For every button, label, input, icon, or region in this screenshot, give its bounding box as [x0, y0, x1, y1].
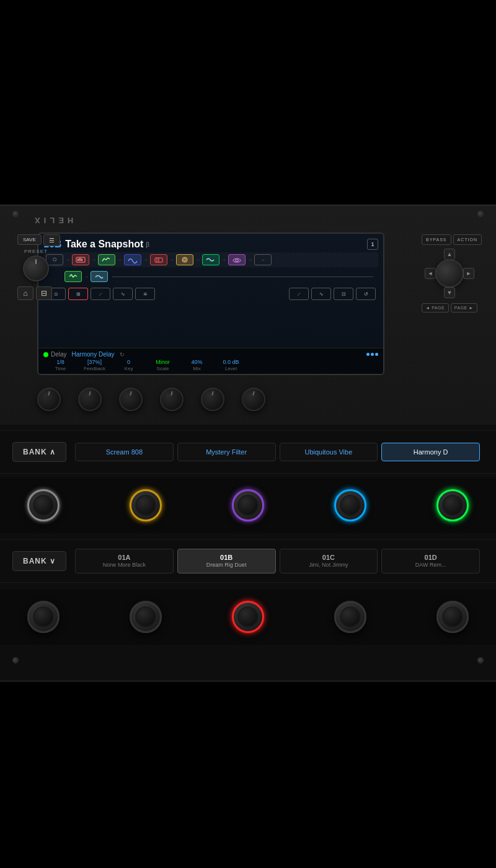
- nav-cluster: ▲ ◄ ► ▼: [425, 249, 474, 298]
- preset-knob[interactable]: [23, 255, 49, 281]
- param-mix-val: 40%: [180, 359, 214, 365]
- fx-block-7[interactable]: ∿: [311, 288, 331, 300]
- preset-btn-b-4[interactable]: 01D DAW Rem...: [381, 549, 480, 574]
- signal-chain-2: →: [62, 269, 378, 284]
- nav-center-knob[interactable]: [435, 259, 464, 288]
- effect-label: Delay: [51, 351, 67, 358]
- knob-6[interactable]: [242, 388, 265, 411]
- footswitch-b3[interactable]: [229, 598, 267, 636]
- action-button[interactable]: ACTION: [453, 234, 482, 245]
- home-button[interactable]: ⌂: [17, 286, 33, 300]
- fx-block-8[interactable]: ⊡: [334, 288, 353, 300]
- preset-b3-num: 01C: [283, 553, 375, 562]
- footswitch-row-2: [0, 589, 496, 645]
- footswitch-b4[interactable]: [332, 598, 369, 636]
- knobs-row: [37, 388, 265, 411]
- preset-btn-b-1[interactable]: 01A None More Black: [75, 549, 174, 574]
- effects-row: ⊙ ⊞ ⟋ ∿ ≋ ⟋ ∿ ⊡ ↺: [43, 286, 378, 301]
- param-mix-label: Mix: [180, 366, 214, 371]
- status-bar: Delay Harmony Delay ↻ 1/8 [37%] 0 Minor …: [38, 348, 383, 374]
- nav-left-button[interactable]: ◄: [425, 268, 436, 279]
- chain-block-dist2[interactable]: [150, 254, 167, 265]
- svg-point-7: [182, 257, 187, 262]
- page-prev-button[interactable]: ◄ PAGE: [422, 303, 449, 312]
- fx-block-5[interactable]: ≋: [135, 288, 155, 300]
- knob-1[interactable]: [37, 388, 61, 411]
- preset-b4-num: 01D: [384, 553, 477, 562]
- preset-btn-2[interactable]: Mystery Filter: [177, 443, 276, 461]
- chain2-block-1[interactable]: [64, 271, 82, 282]
- knob-5[interactable]: [201, 388, 224, 411]
- nav-down-button[interactable]: ▼: [444, 287, 455, 298]
- screw-tl: [12, 211, 19, 217]
- chain2-block-2[interactable]: [91, 271, 108, 282]
- scene: HELIX 16B Take a Snapshot β 1 ⬡ → →: [0, 0, 496, 868]
- snapshot-icon: 1: [367, 239, 378, 250]
- menu-button[interactable]: ☰: [43, 234, 60, 246]
- bypass-button[interactable]: BYPASS: [422, 234, 451, 245]
- svg-rect-1: [78, 259, 79, 261]
- preset-b2-num: 01B: [180, 553, 273, 562]
- chain-block-delay[interactable]: [202, 254, 219, 265]
- knob-4[interactable]: [160, 388, 184, 411]
- knob-2[interactable]: [78, 388, 102, 411]
- helix-logo: HELIX: [31, 216, 73, 225]
- param-scale-val: Minor: [146, 359, 180, 365]
- left-controls: SAVE ☰ PRESET ⌂ ⊟: [17, 234, 55, 300]
- param-time-val: 1/8: [43, 359, 78, 365]
- footswitch-5[interactable]: [434, 487, 471, 524]
- nav-right-button[interactable]: ►: [463, 268, 474, 279]
- chain-block-output[interactable]: →: [254, 254, 272, 265]
- param-values: 1/8 [37%] 0 Minor 40% 0.0 dB: [43, 359, 378, 365]
- bank-down-button[interactable]: BANK ∨: [12, 551, 66, 571]
- preset-btn-1[interactable]: Scream 808: [75, 443, 174, 461]
- preset-b2-name: Dream Rig Duet: [180, 562, 273, 569]
- chain-block-dist[interactable]: [72, 254, 89, 265]
- bank-bottom-area: BANK ∨ 01A None More Black 01B Dream Rig…: [0, 539, 496, 583]
- signal-chain-1: ⬡ → → → → →: [43, 252, 378, 267]
- footswitch-1[interactable]: [25, 487, 62, 524]
- footswitch-3[interactable]: [229, 487, 267, 524]
- preset-btn-b-3[interactable]: 01C Jimi, Not Jimmy: [280, 549, 378, 574]
- chain-block-reverb[interactable]: [228, 254, 246, 265]
- param-scale-label: Scale: [146, 366, 180, 371]
- footswitch-b2[interactable]: [127, 598, 164, 636]
- param-feedback-label: Feedback: [78, 366, 112, 371]
- fx-block-3[interactable]: ⟋: [91, 288, 110, 300]
- param-level-label: Level: [214, 366, 248, 371]
- chain-block-eq[interactable]: [98, 254, 115, 265]
- svg-point-8: [184, 259, 186, 261]
- chain-block-wah[interactable]: [124, 254, 141, 265]
- fx-block-2[interactable]: ⊞: [68, 288, 88, 300]
- footswitch-b5[interactable]: [434, 598, 471, 636]
- fx-block-4[interactable]: ∿: [113, 288, 133, 300]
- footswitch-4[interactable]: [332, 487, 369, 524]
- footswitch-row-1: [0, 477, 496, 533]
- page-next-button[interactable]: PAGE ►: [451, 303, 478, 312]
- nav-up-button[interactable]: ▲: [444, 249, 455, 260]
- knob-3[interactable]: [119, 388, 143, 411]
- active-led: [43, 352, 48, 357]
- screw-tr: [477, 211, 484, 217]
- screw-br: [477, 657, 484, 663]
- save-button[interactable]: SAVE: [17, 234, 42, 245]
- effect-full-name: Harmony Delay: [72, 351, 115, 358]
- fx-block-9[interactable]: ↺: [356, 288, 376, 300]
- chain-block-amp[interactable]: [176, 254, 193, 265]
- svg-point-10: [235, 260, 239, 262]
- bank-up-button[interactable]: BANK ∧: [12, 442, 66, 462]
- preset-btn-b-2[interactable]: 01B Dream Rig Duet: [177, 549, 276, 574]
- preset-btn-4[interactable]: Harmony D: [381, 443, 480, 461]
- footswitch-b1[interactable]: [25, 598, 62, 636]
- preset-b1-num: 01A: [78, 553, 170, 562]
- preset-b3-name: Jimi, Not Jimmy: [283, 562, 375, 569]
- preset-b4-name: DAW Rem...: [384, 562, 477, 569]
- param-names: Time Feedback Key Scale Mix Level: [43, 366, 378, 371]
- bookmark-button[interactable]: ⊟: [36, 286, 52, 300]
- preset-name: Take a Snapshot: [65, 239, 143, 250]
- fx-block-6[interactable]: ⟋: [289, 288, 309, 300]
- preset-btn-3[interactable]: Ubiquitous Vibe: [280, 443, 378, 461]
- svg-rect-2: [79, 258, 81, 261]
- param-key-val: 0: [112, 359, 146, 365]
- footswitch-2[interactable]: [127, 487, 164, 524]
